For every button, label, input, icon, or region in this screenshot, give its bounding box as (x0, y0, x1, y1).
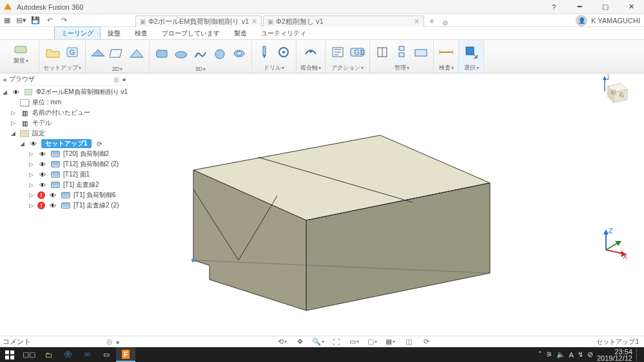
drill-icon-1[interactable] (256, 44, 273, 61)
outlook-icon[interactable]: ✉ (77, 347, 97, 362)
workspace-tab-fabrication[interactable]: 製造 (227, 26, 254, 39)
inspect-icon[interactable] (438, 44, 454, 61)
close-icon[interactable]: ✕ (251, 17, 257, 26)
window-close-button[interactable]: ✕ (618, 0, 644, 14)
tree-op[interactable]: ▷👁[T1] 走査線2 (0, 180, 129, 190)
document-tab[interactable]: ▣ Φ2粗削無し v1 ✕ (263, 15, 424, 27)
workspace-tab-turning[interactable]: 旋盤 (101, 26, 128, 39)
workspace-tab-probing[interactable]: プローブしています (155, 26, 227, 39)
axis-gizmo[interactable]: Z X (600, 227, 632, 259)
manage-icon-2[interactable] (393, 44, 410, 61)
expand-arrow-icon[interactable]: ▷ (9, 120, 17, 126)
grid-button[interactable]: ▦ (0, 14, 14, 27)
inspect-label[interactable]: 検査 (439, 63, 454, 72)
tree-units[interactable]: 単位 : mm (0, 97, 129, 108)
taskbar-clock[interactable]: 23:54 2019/12/12 (597, 348, 632, 361)
window-help-button[interactable]: ? (541, 0, 567, 14)
show-desktop-button[interactable] (636, 348, 640, 361)
tray-power-icon[interactable]: ↯ (578, 350, 583, 359)
3d-icon-4[interactable] (211, 45, 228, 62)
tree-setup[interactable]: ◢ 👁 セットアップ1 ⟳ (0, 138, 129, 149)
look-icon[interactable]: ▭ (349, 337, 360, 347)
fit-icon[interactable]: ⛶ (331, 337, 342, 347)
tray-ime-icon[interactable]: A (569, 351, 574, 359)
manage-label[interactable]: 管理 (395, 63, 409, 72)
tree-op[interactable]: ▷👁[T12] 面1 (0, 169, 129, 180)
3d-icon-5[interactable] (231, 45, 248, 62)
visibility-icon[interactable]: 👁 (28, 139, 39, 148)
workspace-tab-milling[interactable]: ミーリング (54, 26, 101, 39)
setup-icon[interactable]: G (64, 44, 81, 61)
viewcube-right[interactable]: 右 (619, 91, 625, 98)
viewcube-front[interactable]: 前 (610, 89, 616, 95)
document-tab-active[interactable]: ▣ Φ2ボールEM負荷制御粗削り v1 ✕ (135, 15, 262, 27)
pan-icon[interactable]: ✥ (295, 337, 306, 347)
explorer-icon[interactable]: 🗀 (39, 347, 58, 362)
start-button[interactable] (0, 347, 19, 362)
tree-op-error[interactable]: ▷!👁[T1] 負荷制御6 (0, 190, 129, 200)
close-icon[interactable]: ✕ (414, 17, 420, 26)
3d-label[interactable]: 3D (195, 65, 206, 72)
tree-model[interactable]: ▷ ▥ モデル (0, 118, 129, 128)
tree-op-error[interactable]: ▷!👁[T1] 走査線2 (2) (0, 200, 129, 211)
tree-named-views[interactable]: ▷ ▥ 名前の付いたビュー (0, 108, 129, 118)
collapse-arrow-icon[interactable]: ◢ (9, 130, 17, 137)
expand-arrow-icon[interactable]: ▷ (9, 110, 17, 116)
gear-icon[interactable]: ◎ (106, 338, 113, 346)
refresh-icon[interactable]: ⟳ (94, 139, 104, 148)
manage-icon-1[interactable] (374, 44, 391, 61)
taskview-button[interactable]: ▢▢ (19, 347, 39, 362)
tray-network-icon[interactable]: ⚞ (546, 350, 552, 359)
browser-pin-icon[interactable]: ● (122, 75, 126, 83)
tree-op[interactable]: ▷👁[T12] 負荷制御2 (2) (0, 159, 129, 169)
window-maximize-button[interactable]: ▢ (592, 0, 618, 14)
display-icon[interactable]: ▢ (367, 337, 378, 347)
tree-op[interactable]: ▷👁[T20] 負荷制御2 (0, 149, 129, 159)
2d-icon-3[interactable] (128, 45, 145, 62)
multiaxis-label[interactable]: 複合軸 (300, 63, 321, 72)
model-viewport[interactable] (168, 93, 529, 325)
setup-label[interactable]: セットアップ (43, 63, 81, 72)
tree-root[interactable]: ◢ 👁 Φ2ボールEM負荷制御粗削り v1 (0, 87, 129, 97)
action-icon-1[interactable] (329, 44, 346, 61)
ie-icon[interactable]: ⓔ (58, 347, 77, 362)
grid-icon[interactable]: ▦ (385, 337, 396, 347)
orbit-icon[interactable]: ⟲ (277, 337, 288, 347)
viewcube[interactable]: 前 右 (601, 76, 632, 107)
tab-notify-icon[interactable]: ⊘ (438, 19, 451, 27)
workspace-tab-inspection[interactable]: 検査 (128, 26, 155, 39)
workspace-tab-utilities[interactable]: ユーティリティ (254, 26, 313, 39)
workspace-switcher[interactable]: 製造 (6, 41, 35, 67)
redo-button[interactable]: ↷ (57, 14, 71, 27)
2d-icon-1[interactable] (90, 45, 106, 62)
window-minimize-button[interactable]: ━ (567, 0, 592, 14)
3d-icon-1[interactable] (153, 45, 170, 62)
file-button[interactable]: ▤▾ (14, 14, 28, 27)
collapse-arrow-icon[interactable]: ◢ (1, 89, 8, 95)
visibility-icon[interactable]: 👁 (11, 88, 21, 97)
2d-label[interactable]: 2D (112, 65, 123, 72)
canvas[interactable]: Z 前 右 (129, 73, 644, 347)
comments-panel-header[interactable]: コメント ◎ ● (0, 337, 122, 347)
select-label[interactable]: 選択 (464, 63, 479, 72)
drill-icon-2[interactable] (275, 44, 292, 61)
save-button[interactable]: 💾 (28, 14, 43, 27)
action-icon-2[interactable]: G1G2 (349, 44, 366, 61)
gear-icon[interactable]: ◎ (113, 76, 119, 83)
3d-icon-2[interactable] (173, 45, 190, 62)
tree-settings[interactable]: ◢ 設定 (0, 128, 129, 138)
browser-collapse-arrow[interactable]: ◂ (3, 75, 6, 84)
undo-button[interactable]: ↶ (43, 14, 57, 27)
collapse-arrow-icon[interactable]: ◢ (18, 140, 26, 147)
pin-icon[interactable]: ● (115, 338, 120, 346)
select-icon[interactable] (463, 44, 480, 61)
notepad-icon[interactable]: ▭ (97, 347, 116, 362)
fusion-taskbar-icon[interactable]: F (116, 347, 135, 362)
multiaxis-icon[interactable] (302, 44, 319, 61)
tray-chevron-icon[interactable]: ˄ (538, 350, 542, 359)
viewport-icon[interactable]: ◫ (404, 337, 414, 347)
tray-volume-icon[interactable]: 🔈 (556, 350, 565, 359)
tray-notifications-icon[interactable]: ⊘ (587, 350, 593, 359)
refresh-icon[interactable]: ⟳ (422, 337, 432, 347)
manage-icon-3[interactable] (413, 44, 429, 61)
